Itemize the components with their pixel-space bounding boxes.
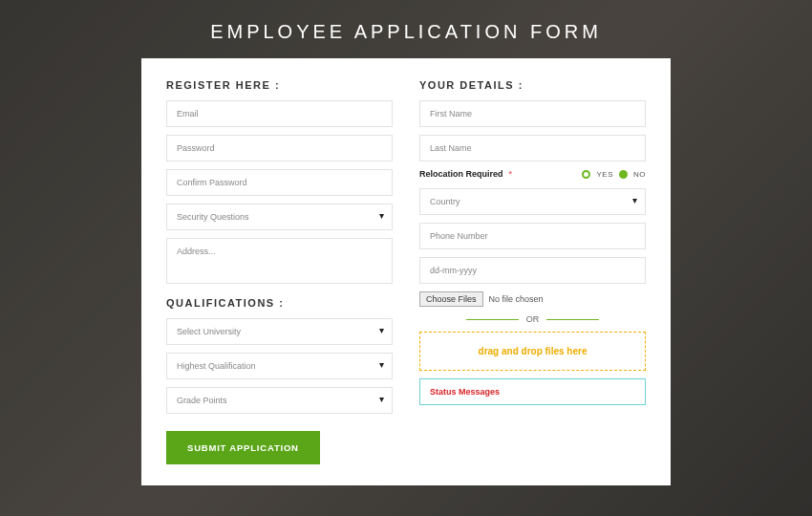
details-heading: YOUR DETAILS : [419, 79, 646, 91]
phone-field[interactable]: Phone Number [419, 223, 646, 249]
page-title: EMPLOYEE APPLICATION FORM [0, 0, 812, 58]
date-field[interactable]: dd-mm-yyyy [419, 257, 646, 284]
relocation-no-label: NO [633, 170, 646, 179]
or-divider: OR [419, 314, 646, 324]
relocation-no-radio[interactable] [619, 170, 628, 179]
relocation-row: Relocation Required * YES NO [419, 169, 646, 179]
dropzone[interactable]: drag and drop files here [419, 332, 646, 371]
left-column: REGISTER HERE : Email Password Confirm P… [166, 77, 393, 464]
highest-qualification-select[interactable]: Highest Qualification [166, 353, 393, 379]
email-field[interactable]: Email [166, 100, 393, 127]
qualifications-heading: QUALIFICATIONS : [166, 297, 393, 309]
confirm-password-field[interactable]: Confirm Password [166, 169, 393, 196]
security-questions-select[interactable]: Security Questions [166, 204, 393, 230]
relocation-yes-label: YES [596, 170, 613, 179]
required-asterisk: * [509, 169, 513, 179]
divider-line-right [546, 319, 599, 320]
status-messages: Status Messages [419, 378, 646, 405]
university-select[interactable]: Select University [166, 318, 393, 345]
divider-line-left [466, 319, 519, 320]
address-field[interactable]: Address... [166, 238, 393, 284]
no-file-chosen-text: No file chosen [489, 294, 544, 304]
last-name-field[interactable]: Last Name [419, 135, 646, 161]
right-column: YOUR DETAILS : First Name Last Name Relo… [419, 77, 646, 464]
or-text: OR [526, 314, 540, 324]
register-heading: REGISTER HERE : [166, 79, 393, 91]
country-select[interactable]: Country [419, 188, 646, 215]
relocation-yes-radio[interactable] [582, 170, 590, 179]
relocation-label: Relocation Required [419, 169, 503, 179]
first-name-field[interactable]: First Name [419, 100, 646, 127]
choose-files-button[interactable]: Choose Files [419, 291, 483, 307]
form-card: REGISTER HERE : Email Password Confirm P… [141, 58, 671, 485]
submit-button[interactable]: SUBMIT APPLICATION [166, 431, 320, 464]
grade-points-select[interactable]: Grade Points [166, 387, 393, 414]
file-upload-row: Choose Files No file chosen [419, 291, 646, 307]
password-field[interactable]: Password [166, 135, 393, 161]
